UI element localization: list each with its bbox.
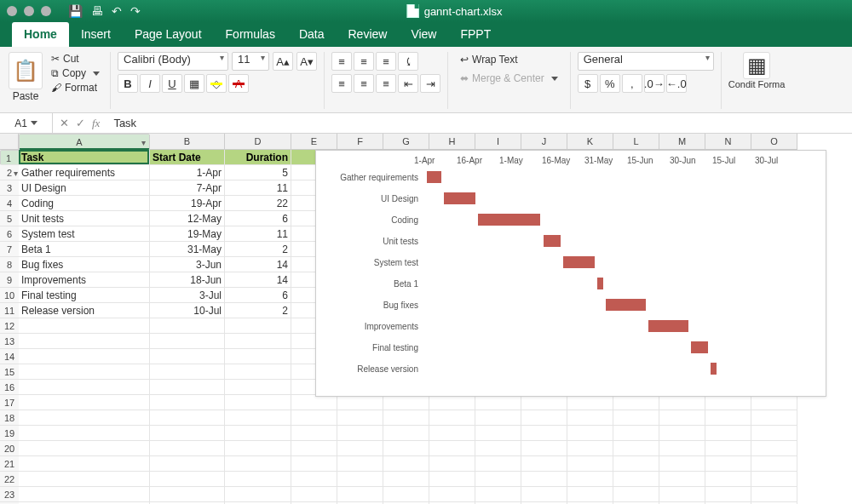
cell[interactable] <box>291 426 337 441</box>
cell[interactable] <box>567 456 613 472</box>
align-middle-button[interactable]: ≡ <box>354 52 374 71</box>
tab-home[interactable]: Home <box>12 22 69 47</box>
tab-page-layout[interactable]: Page Layout <box>123 22 214 47</box>
conditional-formatting-button[interactable]: ▦ <box>743 52 770 79</box>
row-header[interactable]: 15 <box>0 364 19 380</box>
cell[interactable]: 2 <box>225 303 291 318</box>
merge-center-button[interactable]: ⬌Merge & Center <box>455 71 563 86</box>
cell[interactable] <box>521 410 567 426</box>
cell[interactable] <box>337 410 383 426</box>
save-icon[interactable]: 💾 <box>68 4 83 18</box>
comma-button[interactable]: , <box>622 74 642 93</box>
cell[interactable] <box>613 410 659 426</box>
currency-button[interactable]: $ <box>578 74 598 93</box>
cell[interactable] <box>429 395 475 410</box>
cell[interactable]: 1-Apr <box>150 165 225 180</box>
cell[interactable] <box>613 395 659 410</box>
tab-view[interactable]: View <box>399 22 448 47</box>
cell[interactable] <box>337 487 383 502</box>
cell[interactable] <box>567 426 613 441</box>
align-right-button[interactable]: ≡ <box>376 74 396 93</box>
cell[interactable] <box>225 334 291 349</box>
gantt-bar[interactable] <box>427 171 441 183</box>
cell[interactable] <box>567 487 613 502</box>
cell[interactable]: Final testing <box>19 288 150 303</box>
cell[interactable] <box>475 487 521 502</box>
cut-button[interactable]: ✂Cut <box>48 52 103 66</box>
cell[interactable] <box>19 334 150 349</box>
cell[interactable] <box>150 380 225 395</box>
row-header[interactable]: 19 <box>0 426 19 441</box>
gantt-bar[interactable] <box>606 299 646 311</box>
row-header[interactable]: 14 <box>0 349 19 364</box>
cell[interactable] <box>337 441 383 456</box>
cell[interactable]: 11 <box>225 180 291 196</box>
cell[interactable] <box>475 426 521 441</box>
column-header[interactable]: I <box>475 134 521 150</box>
cell[interactable] <box>429 426 475 441</box>
close-window-icon[interactable] <box>7 6 17 16</box>
row-header[interactable]: 7 <box>0 242 19 257</box>
row-header[interactable]: 3 <box>0 180 19 196</box>
decrease-decimal-button[interactable]: ←.0 <box>666 74 687 93</box>
zoom-window-icon[interactable] <box>41 6 51 16</box>
cell[interactable] <box>521 426 567 441</box>
increase-indent-button[interactable]: ⇥ <box>420 74 440 93</box>
chevron-down-icon[interactable] <box>551 77 558 81</box>
cell[interactable] <box>705 395 751 410</box>
column-header[interactable]: K <box>567 134 613 150</box>
cell[interactable] <box>150 426 225 441</box>
tab-fppt[interactable]: FPPT <box>448 22 503 47</box>
font-size-select[interactable]: 11 <box>232 52 269 71</box>
cell[interactable]: 7-Apr <box>150 180 225 196</box>
cell[interactable]: Gather requirements <box>19 165 150 180</box>
cell[interactable] <box>521 441 567 456</box>
cell[interactable] <box>429 456 475 472</box>
cell[interactable] <box>150 318 225 334</box>
row-header[interactable]: 10 <box>0 288 19 303</box>
cell[interactable] <box>225 487 291 502</box>
cell[interactable] <box>659 487 705 502</box>
fx-icon[interactable]: fx <box>92 117 100 130</box>
cell[interactable]: 6 <box>225 211 291 226</box>
cell[interactable] <box>475 456 521 472</box>
cell[interactable] <box>475 472 521 487</box>
cell[interactable] <box>383 441 429 456</box>
cell[interactable]: UI Design <box>19 180 150 196</box>
cell[interactable] <box>613 487 659 502</box>
gantt-bar[interactable] <box>691 341 708 353</box>
chevron-down-icon[interactable] <box>93 72 100 76</box>
cell[interactable] <box>225 410 291 426</box>
format-painter-button[interactable]: 🖌Format <box>48 81 103 94</box>
minimize-window-icon[interactable] <box>24 6 34 16</box>
column-header[interactable]: H <box>429 134 475 150</box>
cell[interactable] <box>751 472 797 487</box>
column-header[interactable]: B <box>150 134 225 150</box>
gantt-chart[interactable]: 1-Apr16-Apr1-May16-May31-May15-Jun30-Jun… <box>315 150 826 397</box>
paste-button[interactable]: 📋 <box>9 52 43 89</box>
cell[interactable] <box>613 426 659 441</box>
column-header[interactable]: J <box>521 134 567 150</box>
cell[interactable] <box>751 395 797 410</box>
cell[interactable]: Coding <box>19 196 150 211</box>
cell[interactable] <box>475 395 521 410</box>
cell[interactable]: Improvements <box>19 272 150 288</box>
cell[interactable] <box>225 426 291 441</box>
cell[interactable]: 2 <box>225 242 291 257</box>
cell[interactable] <box>225 441 291 456</box>
cell[interactable]: 5 <box>225 165 291 180</box>
cell[interactable] <box>19 487 150 502</box>
cell[interactable]: 11 <box>225 226 291 242</box>
cell[interactable]: 12-May <box>150 211 225 226</box>
row-header[interactable]: 23 <box>0 487 19 502</box>
cell[interactable] <box>291 472 337 487</box>
cell[interactable] <box>19 456 150 472</box>
row-header[interactable]: 20 <box>0 441 19 456</box>
cell[interactable] <box>429 487 475 502</box>
row-header[interactable]: 16 <box>0 380 19 395</box>
decrease-indent-button[interactable]: ⇤ <box>398 74 418 93</box>
cell[interactable] <box>150 487 225 502</box>
cell[interactable] <box>751 441 797 456</box>
cell[interactable]: 14 <box>225 272 291 288</box>
align-center-button[interactable]: ≡ <box>354 74 374 93</box>
